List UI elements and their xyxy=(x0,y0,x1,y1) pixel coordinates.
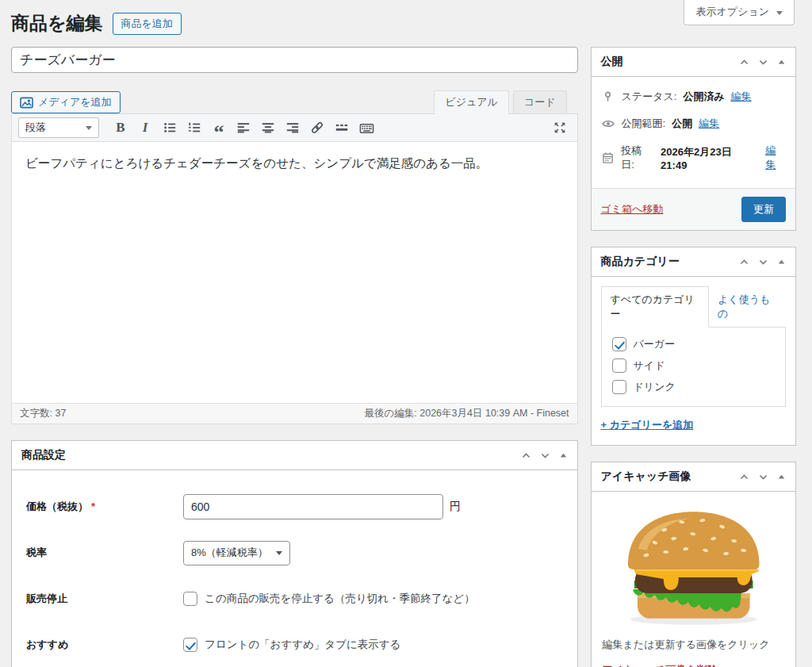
fullscreen-button[interactable] xyxy=(549,117,571,138)
publish-date-label: 投稿日: xyxy=(621,144,654,172)
tax-rate-select[interactable]: 8%（軽減税率） xyxy=(183,541,290,565)
featured-product-image[interactable] xyxy=(603,501,784,628)
align-center-button[interactable] xyxy=(257,117,279,138)
suspend-sale-label: 販売停止 xyxy=(26,592,183,606)
pin-icon xyxy=(601,90,615,103)
publish-date-value: 2026年2月23日 21:49 xyxy=(661,145,759,171)
tab-all-categories[interactable]: すべてのカテゴリー xyxy=(601,286,710,328)
keyboard-shortcuts-button[interactable] xyxy=(355,117,377,138)
paragraph-format-select[interactable]: 段落 xyxy=(18,117,99,138)
featured-image-header[interactable]: アイキャッチ画像 xyxy=(592,462,795,492)
category-drink-checkbox[interactable] xyxy=(612,380,626,394)
move-down-icon[interactable] xyxy=(758,257,768,267)
collapse-toggle-icon[interactable] xyxy=(777,58,786,67)
move-down-icon[interactable] xyxy=(758,57,768,67)
media-toolbar-row: メディアを追加 ビジュアル コード xyxy=(11,90,578,113)
word-count: 文字数: 37 xyxy=(20,407,66,420)
collapse-toggle-icon[interactable] xyxy=(777,473,786,481)
category-side-label: サイド xyxy=(634,358,665,373)
tab-popular-categories[interactable]: よく使うもの xyxy=(709,287,786,327)
collapse-toggle-icon[interactable] xyxy=(559,451,568,460)
product-title-input[interactable] xyxy=(11,47,578,73)
product-category-box: 商品カテゴリー すべてのカテゴリー よく使うもの xyxy=(591,247,796,446)
align-right-button[interactable] xyxy=(282,117,304,138)
publish-footer: ゴミ箱へ移動 更新 xyxy=(592,188,795,230)
recommend-label: おすすめ xyxy=(26,638,183,652)
move-up-icon[interactable] xyxy=(521,450,531,461)
featured-image-box: アイキャッチ画像 xyxy=(591,462,796,667)
product-settings-title: 商品設定 xyxy=(21,448,66,462)
bullet-list-icon xyxy=(163,121,177,135)
required-asterisk: * xyxy=(91,500,95,512)
move-up-icon[interactable] xyxy=(739,472,749,482)
price-row: 価格（税抜）* 円 xyxy=(26,494,563,519)
category-box-header[interactable]: 商品カテゴリー xyxy=(592,247,795,277)
editor-status-bar: 文字数: 37 最後の編集: 2026年3月4日 10:39 AM - Fine… xyxy=(12,403,577,424)
tab-code[interactable]: コード xyxy=(513,90,567,114)
publish-box-header[interactable]: 公開 xyxy=(592,48,795,77)
editor-content-area[interactable]: ビーフパティにとろけるチェダーチーズをのせた、シンプルで満足感のある一品。 xyxy=(12,142,577,403)
screen-options-button[interactable]: 表示オプション xyxy=(684,0,795,25)
link-button[interactable] xyxy=(306,117,328,138)
add-category-link[interactable]: + カテゴリーを追加 xyxy=(601,418,694,432)
category-item: ドリンク xyxy=(612,380,775,394)
bullet-list-button[interactable] xyxy=(159,117,181,138)
quote-icon: “ xyxy=(214,119,224,136)
more-tag-button[interactable] xyxy=(331,117,353,138)
screen-options-label: 表示オプション xyxy=(695,5,769,19)
status-edit-link[interactable]: 編集 xyxy=(731,90,752,104)
category-side-checkbox[interactable] xyxy=(612,358,626,373)
numbered-list-button[interactable] xyxy=(183,117,205,138)
bold-icon: B xyxy=(116,120,124,136)
product-settings-header[interactable]: 商品設定 xyxy=(12,441,577,470)
status-label: ステータス: xyxy=(622,90,677,104)
align-right-icon xyxy=(285,121,300,135)
more-tag-icon xyxy=(335,121,349,135)
eye-icon xyxy=(601,118,615,129)
blockquote-button[interactable]: “ xyxy=(208,117,230,138)
category-drink-label: ドリンク xyxy=(634,380,676,394)
fullscreen-icon xyxy=(553,121,567,135)
move-up-icon[interactable] xyxy=(739,57,749,67)
remove-featured-image-link[interactable]: アイキャッチ画像を削除 xyxy=(603,664,718,667)
publish-box-title: 公開 xyxy=(601,55,623,69)
recommend-row: おすすめ フロントの「おすすめ」タブに表示する xyxy=(26,632,563,657)
align-left-button[interactable] xyxy=(232,117,255,138)
recommend-checkbox-label: フロントの「おすすめ」タブに表示する xyxy=(205,638,400,652)
update-button[interactable]: 更新 xyxy=(741,197,786,222)
add-product-button[interactable]: 商品を追加 xyxy=(113,13,182,35)
visibility-value: 公開 xyxy=(672,117,692,131)
move-down-icon[interactable] xyxy=(540,450,550,461)
category-burger-checkbox[interactable] xyxy=(612,337,626,351)
suspend-sale-checkbox[interactable] xyxy=(183,592,197,606)
align-left-icon xyxy=(236,121,251,135)
featured-image-caption: 編集または更新する画像をクリック xyxy=(603,638,784,652)
add-media-button[interactable]: メディアを追加 xyxy=(11,91,121,113)
last-edited: 最後の編集: 2026年3月4日 10:39 AM - Fineset xyxy=(365,407,569,420)
media-icon xyxy=(20,97,33,109)
collapse-toggle-icon[interactable] xyxy=(777,258,786,266)
recommend-checkbox[interactable] xyxy=(183,638,197,652)
paragraph-format-value: 段落 xyxy=(25,121,46,135)
publish-date-edit-link[interactable]: 編集 xyxy=(765,144,786,172)
classic-editor: 段落 B I “ xyxy=(11,113,578,424)
suspend-sale-checkbox-label: この商品の販売を停止する（売り切れ・季節終了など） xyxy=(205,592,475,606)
price-input[interactable] xyxy=(183,494,443,519)
trash-link[interactable]: ゴミ箱へ移動 xyxy=(601,202,664,217)
move-up-icon[interactable] xyxy=(739,257,749,267)
italic-button[interactable]: I xyxy=(134,117,156,138)
visibility-edit-link[interactable]: 編集 xyxy=(699,117,719,131)
move-down-icon[interactable] xyxy=(758,472,768,482)
bold-button[interactable]: B xyxy=(109,117,132,138)
tax-rate-row: 税率 8%（軽減税率） xyxy=(26,540,563,565)
visibility-label: 公開範囲: xyxy=(622,117,666,131)
price-unit: 円 xyxy=(450,500,461,514)
featured-image-title: アイキャッチ画像 xyxy=(601,470,691,484)
category-item: サイド xyxy=(612,358,775,373)
price-label: 価格（税抜）* xyxy=(26,500,183,514)
numbered-list-icon xyxy=(187,121,201,135)
suspend-sale-row: 販売停止 この商品の販売を停止する（売り切れ・季節終了など） xyxy=(26,586,563,611)
product-settings-box: 商品設定 価格（税抜）* 円 xyxy=(11,440,578,667)
tab-visual[interactable]: ビジュアル xyxy=(434,90,509,114)
editor-mode-tabs: ビジュアル コード xyxy=(434,90,566,113)
